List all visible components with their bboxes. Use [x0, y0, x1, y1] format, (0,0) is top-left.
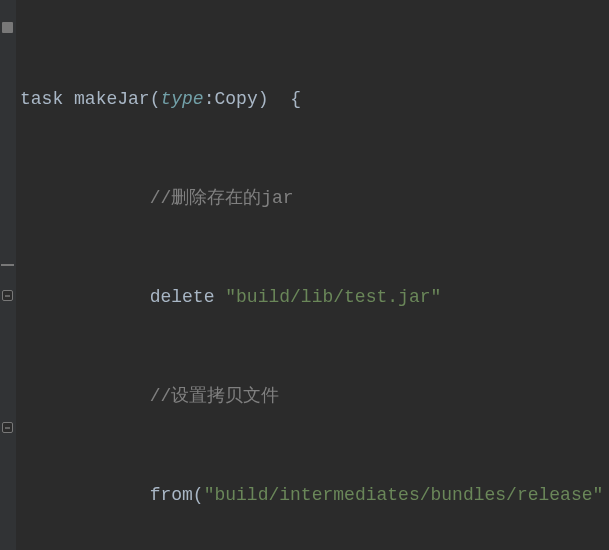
gutter-marker	[2, 22, 13, 33]
code-line: task makeJar(type:Copy) {	[16, 83, 609, 116]
code-line: delete "build/lib/test.jar"	[16, 281, 609, 314]
code-line: //设置拷贝文件	[16, 380, 609, 413]
editor-gutter	[0, 0, 16, 550]
code-line: //删除存在的jar	[16, 182, 609, 215]
gutter-marker	[1, 264, 14, 266]
fold-toggle-icon[interactable]	[2, 290, 13, 301]
code-line: from("build/intermediates/bundles/releas…	[16, 479, 609, 512]
code-editor[interactable]: task makeJar(type:Copy) { //删除存在的jar del…	[16, 0, 609, 550]
fold-toggle-icon[interactable]	[2, 422, 13, 433]
